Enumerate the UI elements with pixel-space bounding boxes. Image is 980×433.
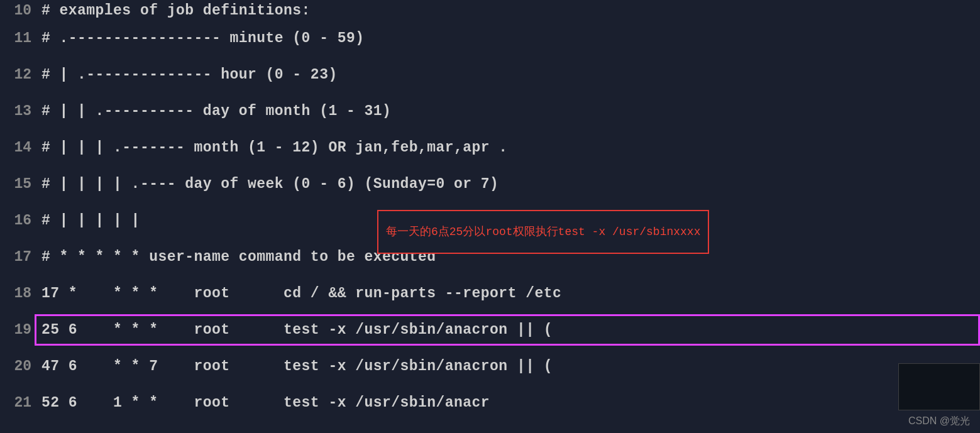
line-number-14: 14 (6, 129, 31, 166)
line-content-15: # | | | | .---- day of week (0 - 6) (Sun… (41, 166, 498, 202)
line-partial: 10 # examples of job definitions: (0, 1, 980, 20)
tooltip-text: 每一天的6点25分以root权限执行test -x /usr/sbinxxxx (386, 226, 700, 238)
line-content-14: # | | | .------- month (1 - 12) OR jan,f… (41, 129, 508, 166)
line-number-17: 17 (6, 239, 31, 275)
line-20: 20 47 6 * * 7 root test -x /usr/sbin/ana… (0, 348, 980, 385)
line-number-12: 12 (6, 57, 31, 93)
line-12: 12 # | .-------------- hour (0 - 23) (0, 57, 980, 93)
line-16: 16 # | | | | | 每一天的6点25分以root权限执行test -x… (0, 202, 980, 239)
tooltip-annotation: 每一天的6点25分以root权限执行test -x /usr/sbinxxxx (377, 210, 709, 254)
line-15: 15 # | | | | .---- day of week (0 - 6) (… (0, 166, 980, 202)
watermark: CSDN @觉光 (908, 415, 970, 428)
line-number-13: 13 (6, 93, 31, 129)
terminal-window: 10 # examples of job definitions: 11 # .… (0, 0, 980, 433)
line-content-19: 25 6 * * * root test -x /usr/sbin/anacro… (41, 312, 553, 348)
line-number-15: 15 (6, 166, 31, 202)
line-content-21: 52 6 1 * * root test -x /usr/sbin/anacr (41, 385, 490, 421)
line-number-19: 19 (6, 312, 31, 348)
line-number-11: 11 (6, 20, 31, 57)
line-content-12: # | .-------------- hour (0 - 23) (41, 57, 338, 93)
line-content-20: 47 6 * * 7 root test -x /usr/sbin/anacro… (41, 348, 553, 385)
line-content: # examples of job definitions: (41, 1, 311, 20)
code-lines: 10 # examples of job definitions: 11 # .… (0, 0, 980, 424)
line-19: 19 25 6 * * * root test -x /usr/sbin/ana… (0, 312, 980, 348)
line-number: 10 (6, 1, 31, 20)
mini-preview-panel (898, 363, 980, 410)
line-11: 11 # .----------------- minute (0 - 59) (0, 20, 980, 57)
line-number-18: 18 (6, 275, 31, 312)
line-18: 18 17 * * * * root cd / && run-parts --r… (0, 275, 980, 312)
watermark-text: CSDN @觉光 (908, 415, 970, 426)
line-number-20: 20 (6, 348, 31, 385)
line-14: 14 # | | | .------- month (1 - 12) OR ja… (0, 129, 980, 166)
line-21: 21 52 6 1 * * root test -x /usr/sbin/ana… (0, 385, 980, 421)
line-number-21: 21 (6, 385, 31, 421)
line-number-16: 16 (6, 202, 31, 239)
line-13: 13 # | | .---------- day of month (1 - 3… (0, 93, 980, 129)
line-content-16: # | | | | | (41, 202, 140, 239)
line-content-11: # .----------------- minute (0 - 59) (41, 20, 364, 57)
line-content-13: # | | .---------- day of month (1 - 31) (41, 93, 391, 129)
line-content-18: 17 * * * * root cd / && run-parts --repo… (41, 275, 561, 312)
